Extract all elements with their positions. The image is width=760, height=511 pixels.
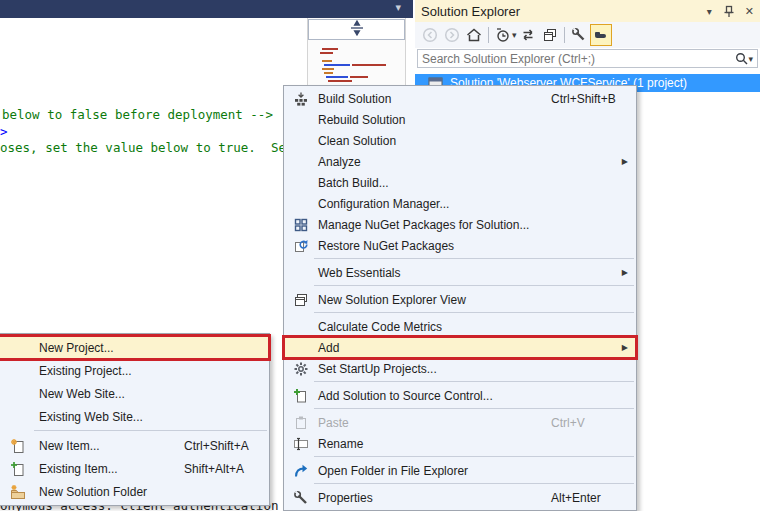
menu-item-new-solution-explorer-view[interactable]: New Solution Explorer View <box>284 289 636 310</box>
menu-item-label: New Solution Folder <box>35 485 147 499</box>
preview-selected-items-button[interactable] <box>590 24 612 46</box>
home-icon <box>466 27 482 43</box>
menu-item-label: Batch Build... <box>318 176 389 190</box>
submenu-arrow-icon: ▶ <box>622 157 628 166</box>
menu-item-label: New Web Site... <box>35 387 125 401</box>
splitter-handle[interactable] <box>308 19 405 40</box>
submenu-arrow-icon: ▶ <box>622 343 628 352</box>
preview-selected-items-icon <box>593 27 608 43</box>
code-line-3: oses, set the value below to true. Set <box>0 140 294 155</box>
submenu-item-new-solution-folder[interactable]: New Solution Folder <box>0 480 269 503</box>
menu-item-label: Properties <box>318 491 373 505</box>
window-position-icon[interactable]: ▾ <box>707 6 712 17</box>
menu-item-label: Open Folder in File Explorer <box>318 464 468 478</box>
solution-explorer-toolbar: ▾ <box>415 22 760 48</box>
menu-item-calculate-code-metrics[interactable]: Calculate Code Metrics <box>284 316 636 337</box>
forward-button[interactable] <box>441 24 463 46</box>
menu-item-label: New Solution Explorer View <box>318 293 466 307</box>
search-options-icon[interactable]: ▾ <box>748 54 753 64</box>
chevron-down-icon[interactable]: ▾ <box>395 1 401 14</box>
add-to-source-control-icon <box>284 388 318 404</box>
menu-item-open-folder-in-file-explorer[interactable]: Open Folder in File Explorer <box>284 460 636 481</box>
search-input[interactable] <box>418 52 734 66</box>
back-button[interactable] <box>419 24 441 46</box>
menu-item-label: Build Solution <box>318 92 391 106</box>
back-icon <box>422 27 438 43</box>
menu-item-build-solution[interactable]: Build Solution Ctrl+Shift+B <box>284 88 636 109</box>
menu-item-label: Add <box>318 341 339 355</box>
editor-top-bar: ▾ <box>0 0 413 18</box>
pin-icon[interactable] <box>721 4 736 19</box>
menu-item-analyze[interactable]: Analyze ▶ <box>284 151 636 172</box>
submenu-item-existing-item[interactable]: Existing Item... Shift+Alt+A <box>0 457 269 480</box>
menu-item-label: Web Essentials <box>318 266 400 280</box>
pending-changes-filter-button[interactable] <box>492 24 514 46</box>
menu-item-label: Restore NuGet Packages <box>318 239 454 253</box>
menu-item-label: Existing Project... <box>35 364 132 378</box>
toolbar-separator <box>488 27 489 43</box>
clock-icon <box>495 27 511 43</box>
existing-item-icon <box>1 461 35 477</box>
splitter-icon <box>349 20 365 36</box>
menu-item-label: Rename <box>318 437 363 451</box>
code-line-1: below to false before deployment --> <box>2 107 273 122</box>
menu-item-shortcut: Alt+Enter <box>551 491 601 505</box>
restore-nuget-icon <box>284 238 318 254</box>
menu-item-restore-nuget-packages[interactable]: Restore NuGet Packages <box>284 235 636 256</box>
menu-item-clean-solution[interactable]: Clean Solution <box>284 130 636 151</box>
menu-item-label: Clean Solution <box>318 134 396 148</box>
menu-item-label: Paste <box>318 416 349 430</box>
menu-item-paste[interactable]: Paste Ctrl+V <box>284 412 636 433</box>
menu-item-label: Existing Web Site... <box>35 410 143 424</box>
menu-item-properties[interactable]: Properties Alt+Enter <box>284 487 636 508</box>
menu-item-add[interactable]: Add ▶ <box>284 337 636 358</box>
menu-item-label: New Project... <box>35 341 114 355</box>
solution-explorer-titlebar: Solution Explorer ▾ ✕ <box>415 0 760 22</box>
forward-icon <box>444 27 460 43</box>
submenu-item-new-web-site[interactable]: New Web Site... <box>0 382 269 405</box>
menu-item-label: Analyze <box>318 155 361 169</box>
menu-item-add-solution-to-source-control[interactable]: Add Solution to Source Control... <box>284 385 636 406</box>
panel-title: Solution Explorer <box>421 4 520 19</box>
menu-item-label: Existing Item... <box>35 462 118 476</box>
menu-item-label: Rebuild Solution <box>318 113 405 127</box>
menu-item-shortcut: Ctrl+V <box>551 416 585 430</box>
open-folder-icon <box>284 463 318 479</box>
collapse-all-button[interactable] <box>539 24 561 46</box>
menu-item-shortcut: Ctrl+Shift+B <box>551 92 616 106</box>
sync-with-active-document-button[interactable] <box>517 24 539 46</box>
properties-button[interactable] <box>568 24 590 46</box>
submenu-item-existing-project[interactable]: Existing Project... <box>0 359 269 382</box>
search-box: ▾ <box>417 49 758 68</box>
toolbar-separator <box>564 27 565 43</box>
submenu-item-existing-web-site[interactable]: Existing Web Site... <box>0 405 269 428</box>
gear-icon <box>284 361 318 377</box>
rename-icon <box>284 436 318 452</box>
submenu-arrow-icon: ▶ <box>622 268 628 277</box>
home-button[interactable] <box>463 24 485 46</box>
new-item-icon <box>1 438 35 454</box>
menu-item-web-essentials[interactable]: Web Essentials ▶ <box>284 262 636 283</box>
new-solution-folder-icon <box>1 484 35 500</box>
collapse-all-icon <box>542 27 558 43</box>
editor-minimap[interactable] <box>307 18 406 93</box>
paste-icon <box>284 415 318 431</box>
close-icon[interactable]: ✕ <box>745 5 754 18</box>
menu-item-label: New Item... <box>35 439 100 453</box>
menu-item-batch-build[interactable]: Batch Build... <box>284 172 636 193</box>
sync-icon <box>520 27 536 43</box>
menu-item-set-startup-projects[interactable]: Set StartUp Projects... <box>284 358 636 379</box>
submenu-item-new-item[interactable]: New Item... Ctrl+Shift+A <box>0 434 269 457</box>
menu-item-rename[interactable]: Rename <box>284 433 636 454</box>
new-view-icon <box>284 292 318 308</box>
menu-item-configuration-manager[interactable]: Configuration Manager... <box>284 193 636 214</box>
menu-item-manage-nuget-packages[interactable]: Manage NuGet Packages for Solution... <box>284 214 636 235</box>
submenu-item-new-project[interactable]: New Project... <box>0 336 269 359</box>
solution-context-menu: Build Solution Ctrl+Shift+B Rebuild Solu… <box>283 85 637 511</box>
menu-item-label: Configuration Manager... <box>318 197 449 211</box>
menu-item-rebuild-solution[interactable]: Rebuild Solution <box>284 109 636 130</box>
menu-item-shortcut: Shift+Alt+A <box>184 462 244 476</box>
menu-item-label: Set StartUp Projects... <box>318 362 437 376</box>
code-line-2: > <box>0 124 8 139</box>
wrench-icon <box>284 490 318 506</box>
